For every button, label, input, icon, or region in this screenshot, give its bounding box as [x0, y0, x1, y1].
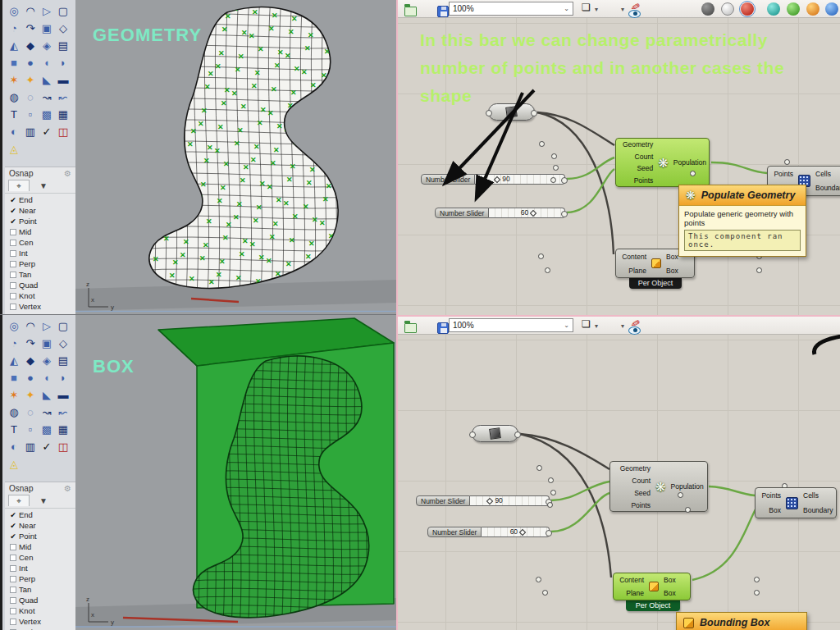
- rhino-tool-icon[interactable]: ◠: [22, 317, 39, 335]
- osnap-item[interactable]: Perp: [8, 573, 74, 584]
- checkbox[interactable]: [10, 272, 16, 278]
- zoom-extents-icon[interactable]: ❏: [582, 2, 591, 13]
- osnap-item[interactable]: Cen: [8, 237, 74, 248]
- osnap-item[interactable]: ✔End: [8, 509, 74, 520]
- rhino-tool-icon[interactable]: ◌: [22, 89, 39, 106]
- osnap-item[interactable]: Int: [8, 248, 74, 258]
- rhino-tool-icon[interactable]: ●: [22, 54, 39, 71]
- rhino-tool-icon[interactable]: ◈: [39, 352, 55, 369]
- osnap-item[interactable]: Quad: [8, 280, 74, 290]
- slider-track[interactable]: 90: [470, 495, 550, 506]
- rhino-tool-icon[interactable]: ▥: [22, 438, 39, 455]
- rhino-tool-icon[interactable]: ◠: [22, 2, 39, 20]
- osnap-item[interactable]: Knot: [8, 290, 74, 301]
- rhino-tool-icon[interactable]: ◇: [55, 335, 71, 352]
- checkbox[interactable]: [10, 293, 16, 299]
- rhino-tool-icon[interactable]: ↜: [55, 89, 71, 106]
- osnap-item[interactable]: Int: [8, 563, 74, 573]
- osnap-item[interactable]: ✔Point: [8, 531, 74, 541]
- gh-canvas[interactable]: In this bar we can change parametrically…: [398, 18, 840, 315]
- rhino-tool-icon[interactable]: ◬: [6, 140, 22, 158]
- osnap-item[interactable]: ✔End: [8, 194, 74, 205]
- rhino-tool-icon[interactable]: ↷: [22, 20, 39, 37]
- cells-component[interactable]: Points Box Cells Boundary: [755, 487, 837, 518]
- rhino-tool-icon[interactable]: T: [6, 421, 22, 438]
- osnap-item[interactable]: Mid: [8, 226, 74, 237]
- number-slider-1[interactable]: Number Slider 90: [416, 495, 550, 506]
- osnap-item[interactable]: Vertex: [8, 616, 74, 627]
- rhino-tool-icon[interactable]: ▤: [55, 352, 71, 369]
- rhino-tool-icon[interactable]: ◗: [55, 369, 71, 386]
- osnap-tab-filter[interactable]: ▼: [33, 180, 54, 191]
- populate-geometry-component[interactable]: Geometry Count Seed Points ❋ Population: [609, 461, 708, 512]
- rhino-tool-icon[interactable]: ✶: [6, 386, 22, 404]
- slider-label[interactable]: Number Slider: [427, 527, 482, 537]
- preview-off-icon[interactable]: [701, 2, 714, 16]
- rhino-tool-icon[interactable]: ▫: [22, 106, 39, 123]
- chevron-down-icon[interactable]: ▾: [621, 322, 624, 330]
- checkbox[interactable]: [10, 282, 16, 289]
- rhino-tool-icon[interactable]: ↝: [39, 89, 55, 106]
- osnap-item[interactable]: Cen: [8, 552, 74, 563]
- rhino-tool-icon[interactable]: ◌: [22, 404, 39, 421]
- display-teal-icon[interactable]: [767, 2, 780, 16]
- rhino-tool-icon[interactable]: ◍: [6, 89, 22, 106]
- slider-label[interactable]: Number Slider: [416, 495, 470, 506]
- rhino-tool-icon[interactable]: ◎: [6, 317, 22, 335]
- rhino-tool-icon[interactable]: ◣: [39, 386, 55, 404]
- rhino-tool-icon[interactable]: ✓: [39, 123, 55, 140]
- slider-track[interactable]: 60: [482, 527, 550, 537]
- osnap-item[interactable]: Knot: [8, 605, 74, 616]
- rhino-tool-icon[interactable]: ▤: [55, 37, 71, 54]
- rhino-tool-icon[interactable]: ▩: [39, 421, 55, 438]
- rhino-tool-icon[interactable]: ▫: [22, 421, 39, 438]
- preview-wire-icon[interactable]: [721, 2, 734, 16]
- checkbox[interactable]: [10, 565, 16, 572]
- open-file-icon[interactable]: [404, 7, 417, 16]
- slider-knob[interactable]: [486, 497, 493, 504]
- slider-label[interactable]: Number Slider: [421, 174, 475, 185]
- osnap-item[interactable]: Tan: [8, 584, 74, 595]
- rhino-tool-icon[interactable]: ◆: [22, 37, 39, 54]
- rhino-viewport-geometry[interactable]: ✕✕✕✕✕✕✕✕✕✕✕✕✕✕✕✕✕✕✕✕✕✕✕✕✕✕✕✕✕✕✕✕✕✕✕✕✕✕✕✕…: [75, 0, 396, 315]
- rhino-tool-icon[interactable]: ▢: [55, 317, 71, 335]
- display-orange-icon[interactable]: [806, 2, 819, 16]
- rhino-tool-icon[interactable]: ✦: [22, 71, 39, 89]
- rhino-tool-icon[interactable]: ▬: [55, 386, 71, 404]
- rhino-tool-icon[interactable]: ◣: [39, 71, 55, 89]
- osnap-item[interactable]: Tan: [8, 269, 74, 280]
- rhino-tool-icon[interactable]: ◭: [6, 352, 22, 369]
- geometry-param-capsule[interactable]: [488, 103, 535, 121]
- populate-geometry-component[interactable]: Geometry Count Seed Points ❋ Population: [615, 138, 710, 187]
- rhino-tool-icon[interactable]: ▦: [55, 106, 71, 123]
- checkbox[interactable]: [10, 250, 16, 257]
- osnap-tab-filter[interactable]: ▼: [33, 495, 54, 506]
- checkbox[interactable]: [10, 576, 16, 582]
- display-green-icon[interactable]: [787, 2, 800, 16]
- gh-canvas[interactable]: Number Slider 90 Number Slider 60 Geomet…: [398, 335, 840, 630]
- osnap-item[interactable]: Perp: [8, 258, 74, 269]
- osnap-item[interactable]: Quad: [8, 595, 74, 605]
- rhino-tool-icon[interactable]: ↷: [22, 335, 39, 352]
- chevron-down-icon[interactable]: ▾: [595, 322, 598, 330]
- zoom-select[interactable]: 100%⌄: [449, 318, 573, 332]
- slider-track[interactable]: 60: [489, 208, 565, 218]
- rhino-tool-icon[interactable]: ◬: [6, 455, 22, 472]
- osnap-item[interactable]: ✔Near: [8, 205, 74, 216]
- slider-label[interactable]: Number Slider: [435, 208, 489, 218]
- osnap-tab-snaps[interactable]: ⌖: [8, 495, 30, 506]
- checkbox[interactable]: [10, 597, 16, 604]
- chevron-down-icon[interactable]: ▾: [595, 6, 598, 13]
- gear-icon[interactable]: ⚙: [64, 169, 71, 178]
- rhino-tool-icon[interactable]: ◭: [6, 37, 22, 54]
- rhino-tool-icon[interactable]: ↝: [39, 404, 55, 421]
- checkbox[interactable]: [10, 555, 16, 561]
- checkbox[interactable]: [10, 619, 16, 625]
- rhino-tool-icon[interactable]: ◐: [6, 438, 22, 455]
- osnap-item[interactable]: ✔Near: [8, 520, 74, 531]
- rhino-viewport-box[interactable]: z x y BOX: [75, 315, 396, 630]
- checkbox[interactable]: [10, 229, 16, 235]
- number-slider-2[interactable]: Number Slider 60: [427, 527, 550, 537]
- rhino-tool-icon[interactable]: ▥: [22, 123, 39, 140]
- checkbox[interactable]: [10, 261, 16, 267]
